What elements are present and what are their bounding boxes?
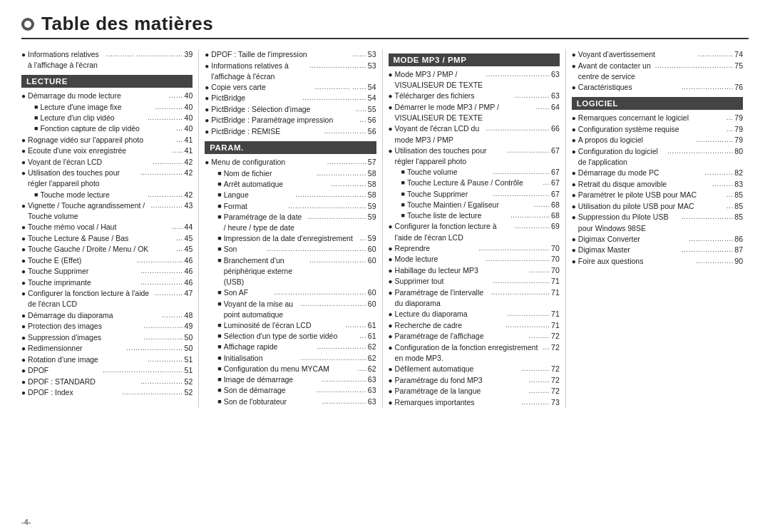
item-text: Configuration du logiciel de l'applicati… — [578, 146, 666, 168]
item-page: 45 — [185, 244, 193, 255]
item-page: 76 — [734, 82, 743, 93]
bullet-icon: ● — [389, 398, 393, 409]
bullet-icon: ● — [389, 288, 393, 299]
bullet-icon: ● — [572, 50, 576, 61]
item-page: 71 — [551, 309, 560, 319]
item-text: Son de l'obturateur — [224, 397, 320, 407]
item-page: 61 — [368, 331, 376, 342]
item-text: Paramétrage de l'intervalle du diaporama — [395, 287, 490, 309]
item-text: Touche Supprimer — [28, 266, 139, 277]
bullet-icon: ● — [572, 135, 576, 146]
item-dots: ……………. — [696, 256, 734, 267]
item-dots: …………. — [153, 157, 183, 168]
item-dots: ………………………. — [667, 146, 734, 157]
item-dots: ……………………… — [302, 93, 366, 103]
item-dots: ………… — [704, 168, 733, 178]
item-text: Utilisation du pilote USB pour MAC — [578, 201, 725, 212]
item-text: Utilisation des touches pour régler l'ap… — [395, 145, 506, 167]
item-dots: ……… — [528, 265, 550, 276]
item-page: 72 — [551, 375, 560, 386]
sub-bullet-icon: ■ — [217, 245, 221, 254]
sub-bullet-icon: ■ — [34, 103, 38, 112]
list-item: ●PictBridge : Paramétrage impression…56 — [205, 115, 376, 126]
sub-bullet-icon: ■ — [217, 386, 221, 395]
list-item: ●Télécharger des fichiers……………63 — [389, 91, 560, 102]
list-item: ■Langue…………………………58 — [212, 190, 376, 200]
list-item: ●DPOF…………………………….51 — [21, 365, 192, 377]
title-bar: Table des matières — [21, 13, 749, 39]
bullet-icon: ● — [572, 190, 576, 201]
item-dots: …… — [535, 102, 550, 113]
list-item: ●Configurer la fonction lecture à l'aide… — [21, 288, 192, 310]
item-dots: ……………… — [507, 309, 550, 319]
item-dots: …………………………… — [654, 61, 733, 71]
bullet-icon: ● — [21, 377, 26, 388]
bullet-icon: ● — [389, 124, 393, 135]
item-text: Supprimer tout — [395, 276, 492, 287]
list-item: ■Branchement d'un périphérique externe (… — [212, 255, 376, 288]
list-item: ●Rotation d'une image……………51 — [21, 354, 192, 366]
item-text: Touche Maintien / Egaliseur — [407, 200, 532, 210]
item-text: Voyant de la mise au point automatique — [224, 299, 299, 320]
item-text: Langue — [224, 190, 294, 200]
item-page: 56 — [368, 126, 376, 137]
item-dots: …………… — [148, 190, 183, 200]
item-text: Paramétrage de la date / heure / type de… — [224, 212, 306, 233]
list-item: ●Touche E (Effet)………………..46 — [21, 255, 192, 267]
sub-bullet-icon: ■ — [401, 168, 405, 177]
item-dots: ….. — [172, 145, 183, 156]
item-page: 56 — [368, 115, 376, 126]
section-param: PARAM. — [205, 141, 376, 154]
item-text: Paramétrer le pilote USB pour MAC — [578, 190, 725, 200]
item-dots: ……………… — [140, 277, 183, 288]
bullet-icon: ● — [205, 50, 209, 61]
item-text: Remarques concernant le logiciel — [578, 113, 725, 123]
list-item: ●Recherche de cadre……………….71 — [389, 320, 560, 332]
item-dots: ……… — [712, 179, 733, 190]
list-item: ■Configuration du menu MYCAM….62 — [212, 364, 376, 374]
list-item: ●Informations relatives à l'affichage à … — [21, 49, 192, 71]
item-dots: …………………. — [682, 212, 734, 222]
list-item: ■Fonction capture de clip vidéo…40 — [29, 123, 192, 134]
item-page: 63 — [368, 374, 376, 385]
col3: MODE MP3 / PMP ●Mode MP3 / PMP / VISUALI… — [383, 49, 566, 408]
list-item: ■Touche Supprimer……………………67 — [396, 189, 560, 200]
item-text: Démarrage du mode lecture — [28, 91, 168, 101]
item-page: 60 — [368, 287, 376, 298]
item-page: 54 — [368, 82, 376, 93]
item-dots: ………………………………… — [274, 287, 366, 298]
item-text: Suppression du Pilote USB pour Windows 9… — [578, 212, 680, 233]
bullet-icon: ● — [21, 158, 26, 168]
item-dots: …………… — [514, 221, 550, 232]
list-item: ●Remarques importantes…………73 — [389, 397, 560, 409]
item-dots: ……………… — [140, 266, 183, 277]
item-page: 42 — [185, 157, 193, 168]
list-item: ●Mode lecture………………………70 — [389, 254, 560, 265]
list-item: ●Suppression du Pilote USB pour Windows … — [572, 212, 743, 233]
list-item: ●Paramétrer le pilote USB pour MAC…85 — [572, 190, 743, 201]
bullet-icon: ● — [21, 333, 26, 344]
bullet-icon: ● — [572, 202, 576, 213]
bullet-icon: ● — [21, 135, 26, 146]
bullet-icon: ● — [572, 257, 576, 267]
item-page: 52 — [185, 387, 193, 398]
bullet-icon: ● — [21, 267, 26, 277]
list-item: ●A propos du logiciel…………….79 — [572, 135, 743, 146]
item-text: Touche mémo vocal / Haut — [28, 222, 170, 232]
list-item: ■Paramétrage de la date / heure / type d… — [212, 212, 376, 233]
item-dots: ……… — [528, 331, 550, 342]
list-item: ●Voyant de l'écran LCD du mode MP3 / PMP… — [389, 123, 560, 145]
bullet-icon: ● — [21, 146, 26, 157]
item-page: 59 — [368, 201, 376, 212]
item-text: Paramétrage du fond MP3 — [395, 375, 528, 386]
bullet-icon: ● — [205, 158, 209, 168]
item-page: 71 — [551, 276, 560, 287]
section-logiciel: LOGICIEL — [572, 97, 743, 110]
item-dots: … — [176, 244, 183, 255]
bullet-icon: ● — [572, 61, 576, 72]
item-page: 63 — [368, 397, 376, 407]
bullet-icon: ● — [21, 201, 26, 212]
list-item: ●DPOF : Index…………..…………52 — [21, 387, 192, 399]
item-dots: ………………………… — [295, 190, 366, 200]
item-page: 55 — [368, 104, 376, 115]
